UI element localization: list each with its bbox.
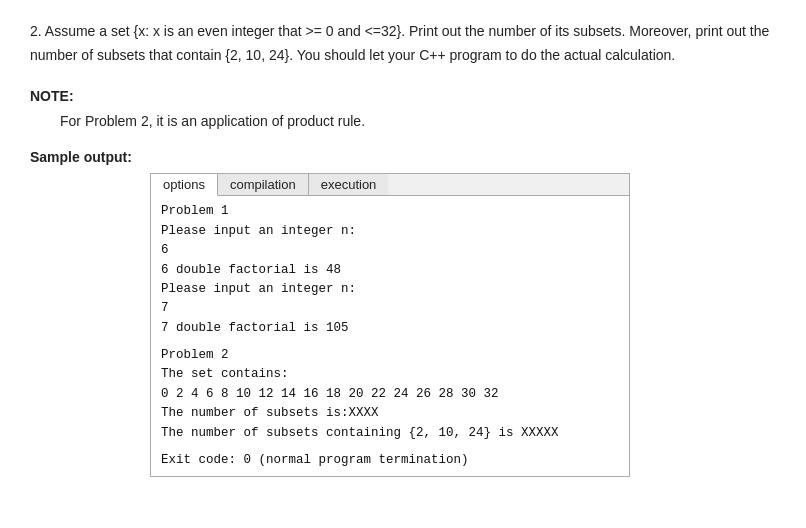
terminal-line: Please input an integer n: xyxy=(161,280,619,299)
note-body: For Problem 2, it is an application of p… xyxy=(30,110,776,134)
tab-bar: options compilation execution xyxy=(151,174,629,196)
terminal-line: 6 double factorial is 48 xyxy=(161,261,619,280)
problem-text: 2. Assume a set {x: x is an even integer… xyxy=(30,20,776,68)
terminal-line: Please input an integer n: xyxy=(161,222,619,241)
terminal-line: Problem 2 xyxy=(161,346,619,365)
terminal-line: 0 2 4 6 8 10 12 14 16 18 20 22 24 26 28 … xyxy=(161,385,619,404)
terminal-line: Exit code: 0 (normal program termination… xyxy=(161,451,619,470)
tab-compilation[interactable]: compilation xyxy=(218,174,309,195)
sample-output-container: options compilation execution Problem 1P… xyxy=(150,173,776,479)
terminal-line: 7 double factorial is 105 xyxy=(161,319,619,338)
terminal-output: Problem 1Please input an integer n:66 do… xyxy=(151,196,629,476)
terminal-line: The number of subsets containing {2, 10,… xyxy=(161,424,619,443)
tab-options[interactable]: options xyxy=(151,174,218,196)
tab-execution[interactable]: execution xyxy=(309,174,389,195)
problem-statement: 2. Assume a set {x: x is an even integer… xyxy=(30,23,769,63)
terminal-line: Problem 1 xyxy=(161,202,619,221)
note-label: NOTE: xyxy=(30,88,776,104)
terminal-line: 7 xyxy=(161,299,619,318)
terminal-line: 6 xyxy=(161,241,619,260)
sample-output-label: Sample output: xyxy=(30,149,776,165)
terminal-line: The set contains: xyxy=(161,365,619,384)
note-section: NOTE: For Problem 2, it is an applicatio… xyxy=(30,88,776,134)
tabs-wrapper: options compilation execution Problem 1P… xyxy=(150,173,630,477)
terminal-line: The number of subsets is:XXXX xyxy=(161,404,619,423)
